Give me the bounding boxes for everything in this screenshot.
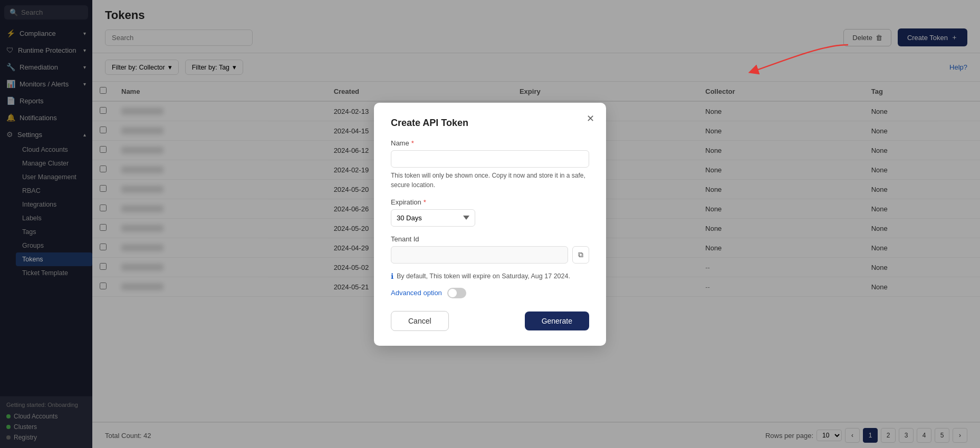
name-hint: This token will only be shown once. Copy…: [391, 171, 589, 190]
generate-button[interactable]: Generate: [525, 311, 589, 330]
tenant-id-input[interactable]: [391, 246, 568, 264]
expiry-info-text: By default, This token will expire on Sa…: [397, 272, 570, 280]
modal-title: Create API Token: [391, 118, 589, 129]
expiration-label: Expiration *: [391, 198, 589, 206]
advanced-option-toggle[interactable]: [447, 288, 466, 298]
red-arrow-annotation: [743, 40, 859, 82]
modal-close-button[interactable]: ✕: [583, 111, 598, 126]
expiration-select[interactable]: 30 Days 60 Days 90 Days 180 Days 1 Year …: [391, 209, 475, 227]
tenant-id-row: ⧉: [391, 246, 589, 264]
create-api-token-modal: Create API Token ✕ Name * This token wil…: [374, 103, 606, 346]
cancel-button[interactable]: Cancel: [391, 311, 449, 331]
advanced-option-label[interactable]: Advanced option: [391, 289, 442, 297]
info-icon: ℹ: [391, 272, 393, 280]
modal-actions: Cancel Generate: [391, 311, 589, 331]
advanced-option-row: Advanced option: [391, 288, 589, 298]
name-form-group: Name * This token will only be shown onc…: [391, 139, 589, 190]
modal-overlay[interactable]: Create API Token ✕ Name * This token wil…: [0, 0, 980, 448]
expiration-required-indicator: *: [424, 198, 426, 206]
tenant-id-form-group: Tenant Id ⧉: [391, 235, 589, 264]
copy-tenant-id-button[interactable]: ⧉: [572, 246, 589, 264]
name-required-indicator: *: [411, 139, 414, 147]
tenant-id-label: Tenant Id: [391, 235, 589, 243]
name-label: Name *: [391, 139, 589, 147]
expiration-form-group: Expiration * 30 Days 60 Days 90 Days 180…: [391, 198, 589, 227]
expiry-info-row: ℹ By default, This token will expire on …: [391, 272, 589, 280]
token-name-input[interactable]: [391, 150, 589, 168]
